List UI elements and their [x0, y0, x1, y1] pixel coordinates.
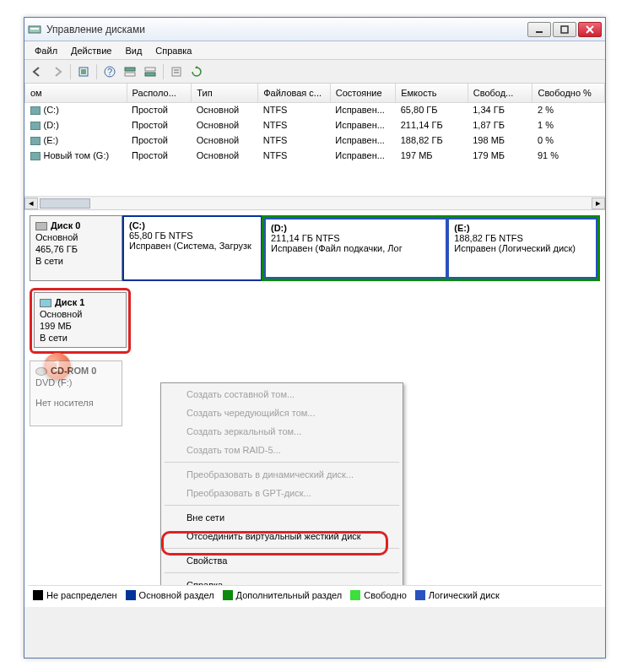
app-icon: [28, 23, 41, 36]
svg-rect-14: [172, 68, 181, 76]
disk-1-header[interactable]: Диск 1 Основной 199 МБ В сети: [34, 292, 127, 348]
properties-icon[interactable]: [167, 62, 186, 81]
help-icon[interactable]: ?: [100, 62, 119, 81]
legend-extended: Дополнительный раздел: [236, 590, 343, 600]
partition-c[interactable]: (C:) 65,80 ГБ NTFS Исправен (Система, За…: [122, 215, 262, 281]
col-layout[interactable]: Располо...: [127, 84, 192, 102]
partition-d[interactable]: (D:) 211,14 ГБ NTFS Исправен (Файл подка…: [264, 218, 447, 279]
svg-rect-7: [81, 69, 86, 74]
menu-raid5-volume: Создать том RAID-5...: [163, 441, 401, 459]
svg-text:?: ?: [107, 67, 112, 77]
volume-icon: [30, 106, 41, 115]
col-free-pct[interactable]: Свободно %: [532, 84, 605, 102]
partition-e[interactable]: (E:) 188,82 ГБ NTFS Исправен (Логический…: [447, 218, 597, 279]
scroll-thumb[interactable]: [40, 198, 90, 209]
menu-convert-gpt: Преобразовать в GPT-диск...: [163, 484, 401, 502]
disk-1-row: Диск 1 Основной 199 МБ В сети 1 Создать …: [30, 288, 600, 354]
svg-rect-11: [125, 73, 135, 76]
legend-unallocated: Не распределен: [46, 590, 117, 600]
cdrom-0-row: CD-ROM 0 DVD (F:) Нет носителя: [30, 360, 600, 426]
legend-logical: Логический диск: [429, 590, 500, 600]
refresh-icon[interactable]: [187, 62, 206, 81]
content-area: ом Располо... Тип Файловая с... Состояни…: [24, 84, 605, 607]
menu-offline[interactable]: Вне сети: [163, 508, 401, 527]
settings-icon[interactable]: [74, 62, 93, 81]
menu-file[interactable]: Файл: [28, 44, 64, 57]
close-button[interactable]: [578, 22, 602, 37]
svg-rect-13: [145, 73, 155, 76]
col-filesystem[interactable]: Файловая с...: [258, 84, 331, 102]
menu-view[interactable]: Вид: [118, 44, 149, 57]
col-volume[interactable]: ом: [25, 84, 127, 102]
forward-button[interactable]: [48, 62, 67, 81]
legend-primary: Основной раздел: [139, 590, 214, 600]
cdrom-0-header[interactable]: CD-ROM 0 DVD (F:) Нет носителя: [30, 360, 122, 426]
volume-row[interactable]: Новый том (G:)ПростойОсновнойNTFSИсправе…: [25, 148, 605, 163]
disk-management-window: Управление дисками Файл Действие Вид Спр…: [24, 17, 606, 658]
volume-icon: [30, 152, 41, 160]
menu-action[interactable]: Действие: [64, 44, 118, 57]
svg-rect-12: [145, 68, 155, 71]
cdrom-icon: [35, 367, 47, 376]
volume-list[interactable]: ом Располо... Тип Файловая с... Состояни…: [24, 84, 605, 210]
scroll-left-icon[interactable]: ◂: [24, 198, 38, 209]
menu-help[interactable]: Справка: [149, 44, 198, 57]
col-status[interactable]: Состояние: [330, 84, 395, 102]
toolbar: ?: [24, 60, 605, 84]
view-top-icon[interactable]: [121, 62, 139, 81]
menu-properties[interactable]: Свойства: [163, 551, 401, 570]
svg-rect-1: [30, 28, 39, 30]
col-capacity[interactable]: Емкость: [396, 84, 468, 102]
svg-rect-10: [125, 68, 135, 71]
menu-convert-dynamic: Преобразовать в динамический диск...: [163, 465, 401, 484]
legend-free: Свободно: [364, 590, 407, 600]
window-title: Управление дисками: [46, 24, 527, 35]
volume-icon: [30, 137, 41, 145]
disk-icon: [40, 299, 51, 307]
menubar: Файл Действие Вид Справка: [24, 41, 605, 60]
col-type[interactable]: Тип: [192, 84, 258, 102]
disk-1-highlight: Диск 1 Основной 199 МБ В сети 1: [30, 288, 131, 354]
back-button[interactable]: [28, 62, 46, 81]
maximize-button[interactable]: [553, 22, 576, 37]
disk-0-header[interactable]: Диск 0 Основной 465,76 ГБ В сети: [30, 215, 122, 281]
volume-row[interactable]: (E:)ПростойОсновнойNTFSИсправен...188,82…: [25, 133, 605, 148]
view-bottom-icon[interactable]: [141, 62, 159, 81]
titlebar[interactable]: Управление дисками: [24, 18, 605, 41]
svg-rect-3: [561, 26, 568, 33]
disk-0-row: Диск 0 Основной 465,76 ГБ В сети (C:) 65…: [30, 215, 600, 281]
disk-icon: [35, 222, 47, 230]
volume-row[interactable]: (D:)ПростойОсновнойNTFSИсправен...211,14…: [25, 117, 605, 133]
col-free[interactable]: Свобод...: [468, 84, 532, 102]
volume-icon: [30, 122, 41, 130]
graphical-view: Диск 0 Основной 465,76 ГБ В сети (C:) 65…: [24, 210, 605, 607]
horizontal-scrollbar[interactable]: ◂ ▸: [24, 196, 605, 209]
scroll-right-icon[interactable]: ▸: [592, 198, 605, 209]
menu-detach-vhd[interactable]: Отсоединить виртуальный жесткий диск: [163, 527, 401, 545]
legend: Не распределен Основной раздел Дополните…: [28, 585, 602, 604]
volume-row[interactable]: (C:)ПростойОсновнойNTFSИсправен...65,80 …: [25, 102, 605, 117]
minimize-button[interactable]: [527, 22, 551, 37]
